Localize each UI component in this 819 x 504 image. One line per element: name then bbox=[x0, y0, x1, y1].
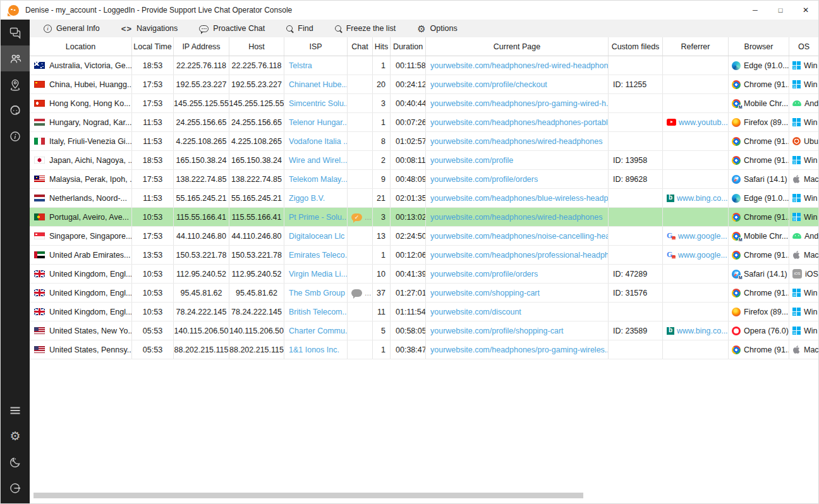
current-page-link[interactable]: yourwebsite.com/headphones/wired-headpho… bbox=[430, 213, 602, 222]
sidebar-item-settings[interactable]: ⚙ bbox=[1, 423, 30, 449]
toolbar-options-button[interactable]: ⚙ Options bbox=[417, 24, 458, 33]
isp-link[interactable]: Ziggo B.V. bbox=[289, 194, 325, 203]
sidebar-item-visitors[interactable] bbox=[1, 45, 30, 71]
current-page-link[interactable]: yourwebsite.com/profile/orders bbox=[430, 270, 538, 279]
column-header-duration[interactable]: Duration bbox=[391, 37, 426, 56]
column-header-location[interactable]: ˆLocation bbox=[30, 37, 132, 56]
visitor-row[interactable]: Malaysia, Perak, Ipoh, ...17:53138.222.7… bbox=[30, 170, 818, 189]
visitor-row[interactable]: United Kingdom, Engl...10:5395.45.81.629… bbox=[30, 284, 818, 303]
column-header-ip[interactable]: IP Address bbox=[174, 37, 229, 56]
isp-link[interactable]: Digitalocean Llc bbox=[289, 232, 344, 241]
column-header-isp[interactable]: ISP bbox=[284, 37, 348, 56]
cell-location: Malaysia, Perak, Ipoh, ... bbox=[30, 170, 132, 188]
current-page-link[interactable]: yourwebsite.com/discount bbox=[430, 308, 521, 316]
isp-link[interactable]: Simcentric Solu... bbox=[289, 99, 348, 108]
sidebar-item-geolocation[interactable] bbox=[1, 71, 30, 97]
info-circle-icon: i bbox=[44, 25, 52, 33]
isp-link[interactable]: Vodafone Italia ... bbox=[289, 137, 348, 146]
sidebar-item-chats[interactable] bbox=[1, 20, 30, 45]
current-page-link[interactable]: yourwebsite.com/headphones/professional-… bbox=[430, 251, 609, 260]
toolbar-general-info-button[interactable]: i General Info bbox=[44, 24, 100, 33]
current-page-link[interactable]: yourwebsite.com/headphones/pro-gaming-wi… bbox=[430, 99, 609, 108]
isp-link[interactable]: Telstra bbox=[289, 61, 312, 70]
current-page-link[interactable]: yourwebsite.com/profile/shopping-cart bbox=[430, 327, 564, 335]
isp-link[interactable]: Chinanet Hube... bbox=[289, 80, 348, 89]
visitor-row[interactable]: United States, Pennsy...05:5388.202.215.… bbox=[30, 340, 818, 359]
column-header-hits[interactable]: Hits bbox=[373, 37, 391, 56]
cell-hits: 1 bbox=[373, 56, 391, 75]
sidebar-item-operator[interactable] bbox=[1, 97, 30, 123]
browser-text: Firefox (89... bbox=[744, 308, 788, 316]
cell-custom bbox=[609, 303, 663, 321]
column-header-host[interactable]: Host bbox=[229, 37, 284, 56]
cell-custom bbox=[609, 208, 663, 226]
referrer-link[interactable]: www.google... bbox=[678, 251, 727, 260]
isp-link[interactable]: Charter Commu... bbox=[289, 327, 348, 335]
visitor-row[interactable]: Singapore, Singapore...17:5344.110.246.8… bbox=[30, 227, 818, 246]
referrer-link[interactable]: www.bing.co... bbox=[677, 327, 728, 335]
column-header-referrer[interactable]: Referrer bbox=[663, 37, 729, 56]
win10-icon bbox=[792, 308, 801, 316]
current-page-link[interactable]: yourwebsite.com/headphones/noise-cancell… bbox=[430, 232, 609, 241]
visitor-row[interactable]: Netherlands, Noord-...11:5355.165.245.21… bbox=[30, 189, 818, 208]
isp-link[interactable]: The Smb Group bbox=[289, 289, 345, 297]
current-page-link[interactable]: yourwebsite.com/profile bbox=[430, 156, 513, 165]
visitor-row[interactable]: Japan, Aichi, Nagoya, ...18:53165.150.38… bbox=[30, 151, 818, 170]
isp-link[interactable]: Emirates Teleco... bbox=[289, 251, 348, 260]
visitor-row[interactable]: Italy, Friuli-Venezia Gi...11:534.225.10… bbox=[30, 132, 818, 151]
column-header-custom[interactable]: Custom fileds bbox=[609, 37, 663, 56]
visitor-row[interactable]: United Arab Emirates...13:53150.53.221.7… bbox=[30, 246, 818, 265]
isp-link[interactable]: Pt Prime - Solu... bbox=[289, 213, 348, 222]
cell-host: 95.45.81.62 bbox=[229, 284, 284, 302]
isp-link[interactable]: Telenor Hungar... bbox=[289, 118, 348, 127]
current-page-link[interactable]: yourwebsite.com/headphones/wired-headpho… bbox=[430, 137, 602, 146]
current-page-link[interactable]: yourwebsite.com/profile/orders bbox=[430, 175, 538, 184]
current-page-link[interactable]: yourwebsite.com/headphones/blue-wireless… bbox=[430, 194, 609, 203]
toolbar-navigations-button[interactable]: <> Navigations bbox=[121, 24, 178, 33]
visitor-row[interactable]: Hong Kong, Hong Ko...17:53145.255.125.55… bbox=[30, 94, 818, 113]
visitor-row[interactable]: United Kingdom, Engl...10:5378.24.222.14… bbox=[30, 303, 818, 321]
minimize-button[interactable]: ─ bbox=[743, 1, 768, 20]
current-page-link[interactable]: yourwebsite.com/shopping-cart bbox=[430, 289, 540, 297]
visitor-row[interactable]: Australia, Victoria, Ge...18:5322.225.76… bbox=[30, 56, 818, 75]
sidebar-item-menu[interactable] bbox=[1, 397, 30, 423]
isp-link[interactable]: Wire and Wirel... bbox=[289, 156, 347, 165]
cell-ip: 88.202.215.115 bbox=[174, 340, 229, 359]
cell-hits: 5 bbox=[373, 321, 391, 340]
current-page-link[interactable]: yourwebsite.com/profile/checkout bbox=[430, 80, 547, 89]
current-page-link[interactable]: yourwebsite.com/headphones/red-wired-hea… bbox=[430, 61, 609, 70]
cell-duration: 00:40:44 bbox=[391, 94, 426, 112]
visitor-row[interactable]: China, Hubei, Huangg...17:53192.55.23.22… bbox=[30, 75, 818, 94]
current-page-link[interactable]: yourwebsite.com/headphones/pro-gaming-wi… bbox=[430, 345, 609, 354]
column-header-chat[interactable]: Chat bbox=[348, 37, 373, 56]
horizontal-scrollbar[interactable] bbox=[30, 492, 818, 499]
cell-host: 165.150.38.24 bbox=[229, 151, 284, 169]
cell-host: 138.222.74.85 bbox=[229, 170, 284, 188]
column-header-page[interactable]: Current Page bbox=[426, 37, 609, 56]
referrer-link[interactable]: www.youtub... bbox=[679, 118, 728, 127]
column-header-os[interactable]: OS bbox=[789, 37, 818, 56]
toolbar-proactive-chat-button[interactable]: Proactive Chat bbox=[199, 24, 265, 33]
isp-link[interactable]: 1&1 Ionos Inc. bbox=[289, 345, 339, 354]
sidebar-item-info[interactable] bbox=[1, 123, 30, 149]
visitor-row[interactable]: United Kingdom, Engl...10:53112.95.240.5… bbox=[30, 265, 818, 284]
column-header-browser[interactable]: Browser bbox=[729, 37, 789, 56]
toolbar-freeze-list-button[interactable]: Freeze the list bbox=[335, 24, 396, 33]
current-page-link[interactable]: yourwebsite.com/headphones/headphones-po… bbox=[430, 118, 609, 127]
visitor-row[interactable]: United States, New Yo...05:53140.115.206… bbox=[30, 321, 818, 340]
toolbar-find-button[interactable]: Find bbox=[286, 24, 313, 33]
mac-icon bbox=[792, 345, 801, 354]
isp-link[interactable]: Telekom Malay... bbox=[289, 175, 348, 184]
referrer-link[interactable]: www.bing.co... bbox=[677, 194, 728, 203]
isp-link[interactable]: Virgin Media Li... bbox=[289, 270, 348, 279]
isp-link[interactable]: British Telecom... bbox=[289, 308, 348, 316]
sidebar-item-theme[interactable] bbox=[1, 449, 30, 475]
sidebar-item-logout[interactable] bbox=[1, 475, 30, 501]
visitor-row[interactable]: Portugal, Aveiro, Ave...10:53115.55.166.… bbox=[30, 208, 818, 227]
scrollbar-thumb[interactable] bbox=[33, 493, 583, 498]
column-header-time[interactable]: Local Time bbox=[132, 37, 174, 56]
close-button[interactable]: ✕ bbox=[793, 1, 818, 20]
visitor-row[interactable]: Hungary, Nograd, Kar...11:5324.255.156.6… bbox=[30, 113, 818, 132]
referrer-link[interactable]: www.google... bbox=[678, 232, 727, 241]
maximize-button[interactable]: □ bbox=[768, 1, 793, 20]
